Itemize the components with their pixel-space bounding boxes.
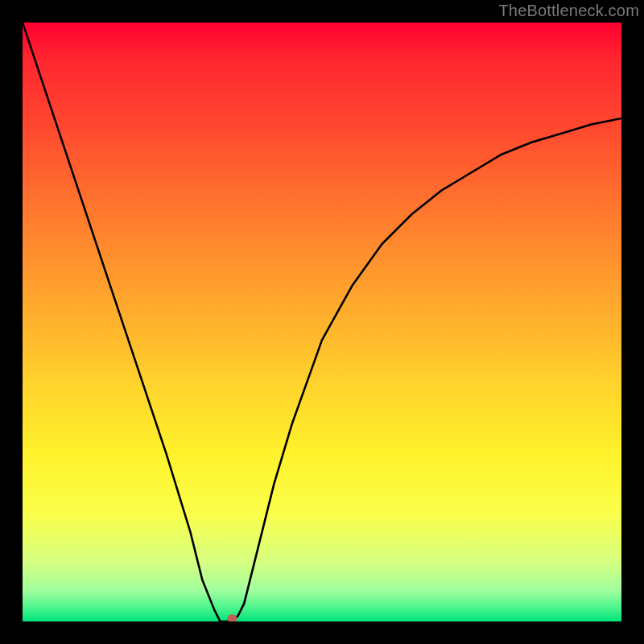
plot-area [23,23,621,621]
watermark-text: TheBottleneck.com [498,2,639,20]
minimum-marker [227,614,237,621]
chart-frame [0,0,644,644]
bottleneck-curve [23,23,621,621]
